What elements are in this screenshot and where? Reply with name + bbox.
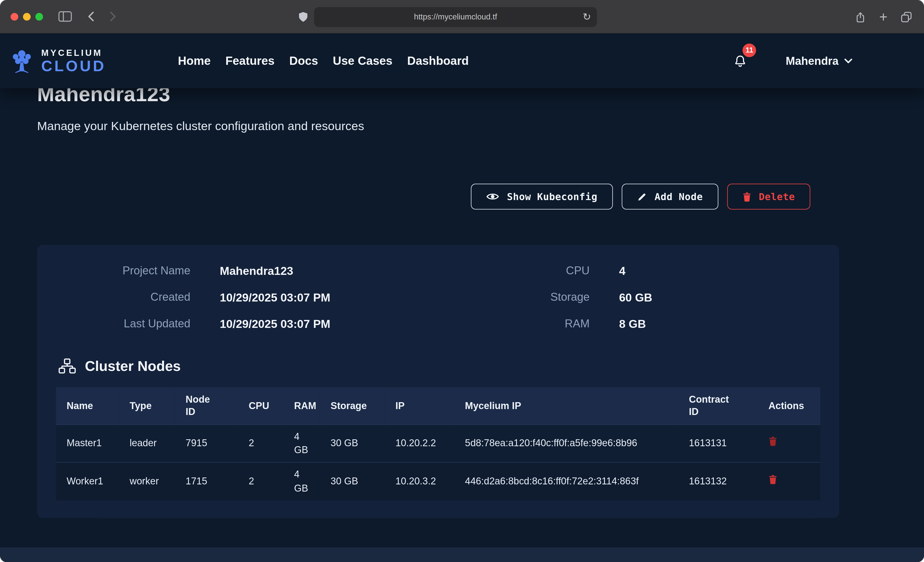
add-node-label: Add Node bbox=[654, 191, 703, 202]
user-name: Mahendra bbox=[786, 55, 838, 67]
col-header-type: Type bbox=[119, 387, 175, 424]
pencil-icon bbox=[637, 191, 647, 202]
sidebar-icon bbox=[58, 11, 72, 22]
notifications-button[interactable]: 11 bbox=[733, 53, 748, 69]
browser-chrome: https://myceliumcloud.tf ↻ + bbox=[0, 0, 924, 34]
show-kubeconfig-label: Show Kubeconfig bbox=[507, 191, 597, 202]
nodes-table-wrap: Name Type Node ID CPU RAM Storage IP Myc… bbox=[56, 387, 820, 501]
col-header-actions: Actions bbox=[758, 387, 820, 424]
app-nav: MYCELIUM CLOUD Home Features Docs Use Ca… bbox=[0, 34, 924, 88]
node-ip-cell: 10.20.2.2 bbox=[385, 424, 454, 463]
reload-icon[interactable]: ↻ bbox=[583, 12, 591, 22]
toolbar-right: + bbox=[855, 0, 912, 34]
node-cpu-cell: 2 bbox=[238, 424, 284, 463]
nodes-table: Name Type Node ID CPU RAM Storage IP Myc… bbox=[56, 387, 820, 501]
delete-cluster-button[interactable]: Delete bbox=[727, 184, 810, 209]
node-name-cell: Master1 bbox=[56, 424, 119, 463]
close-button[interactable] bbox=[10, 13, 18, 20]
url-zone: https://myceliumcloud.tf ↻ bbox=[298, 0, 597, 34]
col-header-node-id: Node ID bbox=[175, 387, 238, 424]
stage: https://myceliumcloud.tf ↻ + bbox=[0, 0, 924, 562]
shield-icon bbox=[298, 11, 308, 23]
tab-overview-button[interactable] bbox=[900, 11, 912, 23]
cluster-nodes-header: Cluster Nodes bbox=[58, 358, 820, 374]
trash-icon bbox=[742, 191, 751, 202]
node-contract-id-cell: 1613131 bbox=[678, 424, 758, 463]
app-page: MYCELIUM CLOUD Home Features Docs Use Ca… bbox=[0, 34, 924, 562]
new-tab-button[interactable]: + bbox=[879, 10, 887, 24]
col-header-storage: Storage bbox=[320, 387, 385, 424]
detail-value: 8 GB bbox=[619, 317, 820, 331]
tabs-icon bbox=[900, 11, 912, 23]
forward-button[interactable] bbox=[110, 11, 117, 22]
back-icon bbox=[87, 11, 94, 22]
url-text: https://myceliumcloud.tf bbox=[414, 12, 497, 21]
traffic-lights bbox=[10, 13, 43, 20]
sitemap-icon bbox=[58, 358, 76, 374]
node-name-cell: Worker1 bbox=[56, 463, 119, 501]
minimize-button[interactable] bbox=[23, 13, 31, 20]
col-header-contract-id: Contract ID bbox=[678, 387, 758, 424]
url-bar[interactable]: https://myceliumcloud.tf ↻ bbox=[314, 7, 597, 27]
plus-icon: + bbox=[879, 10, 887, 24]
page-footer bbox=[0, 547, 924, 562]
cluster-nodes-title: Cluster Nodes bbox=[85, 358, 181, 374]
nav-link-dashboard[interactable]: Dashboard bbox=[407, 54, 469, 67]
table-row: Master1 leader 7915 2 4 GB 30 GB 10.20.2… bbox=[56, 424, 820, 463]
brand-logo[interactable]: MYCELIUM CLOUD bbox=[8, 48, 106, 73]
brand-text: MYCELIUM CLOUD bbox=[41, 48, 106, 73]
col-header-ip: IP bbox=[385, 387, 454, 424]
node-mycelium-ip-cell: 446:d2a6:8bcd:8c16:ff0f:72e2:3114:863f bbox=[454, 463, 678, 501]
brand-logo-icon bbox=[8, 49, 35, 73]
col-header-mycelium-ip: Mycelium IP bbox=[454, 387, 678, 424]
node-ram-cell: 4 GB bbox=[284, 424, 320, 463]
nav-link-docs[interactable]: Docs bbox=[289, 54, 318, 67]
node-ip-cell: 10.20.3.2 bbox=[385, 463, 454, 501]
nav-right: 11 Mahendra bbox=[733, 53, 856, 69]
details-left: Project Name Mahendra123 Created 10/29/2… bbox=[56, 264, 438, 331]
cluster-card: Project Name Mahendra123 Created 10/29/2… bbox=[37, 245, 839, 518]
detail-label: RAM bbox=[438, 317, 590, 331]
cluster-details: Project Name Mahendra123 Created 10/29/2… bbox=[56, 264, 820, 331]
browser-window: https://myceliumcloud.tf ↻ + bbox=[0, 0, 924, 562]
zoom-button[interactable] bbox=[35, 13, 43, 20]
detail-value: 10/29/2025 03:07 PM bbox=[220, 290, 438, 304]
detail-value: 4 bbox=[619, 264, 820, 278]
brand-line2: CLOUD bbox=[41, 58, 106, 73]
nav-links: Home Features Docs Use Cases Dashboard bbox=[178, 54, 469, 67]
detail-label: Last Updated bbox=[56, 317, 190, 331]
detail-label: Project Name bbox=[56, 264, 190, 278]
chevron-down-icon bbox=[844, 58, 852, 64]
nav-link-home[interactable]: Home bbox=[178, 54, 211, 67]
table-header-row: Name Type Node ID CPU RAM Storage IP Myc… bbox=[56, 387, 820, 424]
delete-node-button[interactable] bbox=[768, 436, 777, 448]
col-header-name: Name bbox=[56, 387, 119, 424]
user-menu[interactable]: Mahendra bbox=[782, 54, 856, 68]
page-subtitle: Manage your Kubernetes cluster configura… bbox=[37, 118, 924, 134]
detail-value: Mahendra123 bbox=[220, 264, 438, 278]
delete-label: Delete bbox=[759, 191, 795, 202]
delete-node-button[interactable] bbox=[768, 475, 777, 486]
nav-link-use-cases[interactable]: Use Cases bbox=[333, 54, 393, 67]
trash-icon bbox=[768, 436, 777, 447]
node-id-cell: 7915 bbox=[175, 424, 238, 463]
share-button[interactable] bbox=[855, 10, 866, 23]
detail-label: Storage bbox=[438, 290, 590, 304]
node-mycelium-ip-cell: 5d8:78ea:a120:f40c:ff0f:a5fe:99e6:8b96 bbox=[454, 424, 678, 463]
show-kubeconfig-button[interactable]: Show Kubeconfig bbox=[471, 184, 613, 209]
node-ram-cell: 4 GB bbox=[284, 463, 320, 501]
sidebar-toggle-button[interactable] bbox=[58, 11, 72, 22]
nav-link-features[interactable]: Features bbox=[225, 54, 274, 67]
node-id-cell: 1715 bbox=[175, 463, 238, 501]
back-button[interactable] bbox=[87, 11, 94, 22]
detail-value: 60 GB bbox=[619, 290, 820, 304]
col-header-ram: RAM bbox=[284, 387, 320, 424]
node-type-cell: leader bbox=[119, 424, 175, 463]
toolbar-left bbox=[58, 11, 116, 22]
detail-value: 10/29/2025 03:07 PM bbox=[220, 317, 438, 331]
brand-line1: MYCELIUM bbox=[41, 48, 106, 57]
eye-icon bbox=[486, 192, 500, 201]
add-node-button[interactable]: Add Node bbox=[622, 184, 718, 209]
node-storage-cell: 30 GB bbox=[320, 463, 385, 501]
privacy-shield-button[interactable] bbox=[298, 11, 308, 23]
